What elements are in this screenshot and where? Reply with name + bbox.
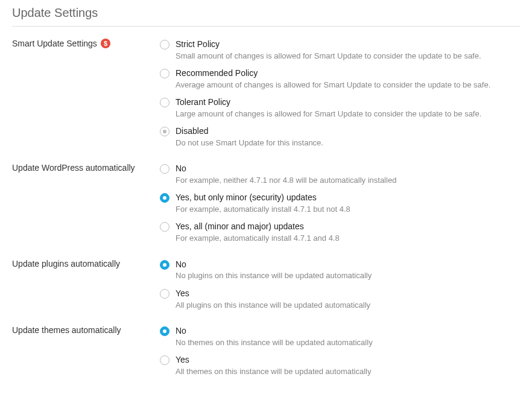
options-plugins: No No plugins on this instance will be u… (160, 259, 520, 317)
label-themes: Update themes automatically (12, 325, 160, 335)
radio-icon (160, 355, 169, 365)
dollar-icon: $ (101, 39, 110, 48)
radio-smart-recommended[interactable]: Recommended Policy Average amount of cha… (160, 68, 520, 91)
radio-wp-no[interactable]: No For example, neither 4.7.1 nor 4.8 wi… (160, 163, 520, 186)
radio-label: Yes (176, 288, 370, 299)
radio-smart-disabled[interactable]: Disabled Do not use Smart Update for thi… (160, 126, 520, 148)
row-themes: Update themes automatically No No themes… (12, 325, 520, 383)
radio-desc: No plugins on this instance will be upda… (176, 270, 372, 281)
radio-desc: All themes on this instance will be upda… (176, 366, 371, 377)
radio-label: Tolerant Policy (176, 97, 481, 108)
radio-label: Yes (176, 354, 371, 366)
options-wordpress: No For example, neither 4.7.1 nor 4.8 wi… (160, 163, 520, 250)
radio-desc: Do not use Smart Update for this instanc… (176, 138, 323, 148)
radio-label: Strict Policy (176, 39, 481, 50)
label-plugins: Update plugins automatically (12, 259, 160, 268)
label-wordpress-text: Update WordPress automatically (12, 163, 135, 173)
radio-icon (160, 40, 169, 49)
radio-desc: All plugins on this instance will be upd… (176, 300, 370, 311)
radio-icon (160, 69, 169, 78)
label-themes-text: Update themes automatically (12, 325, 121, 335)
radio-label: No (176, 163, 396, 174)
radio-desc: For example, neither 4.7.1 nor 4.8 will … (176, 175, 396, 186)
radio-desc: For example, automatically install 4.7.1… (176, 204, 350, 215)
radio-icon (160, 193, 169, 203)
page-title: Update Settings (12, 6, 520, 26)
radio-desc: Large amount of changes is allowed for S… (176, 109, 481, 119)
radio-smart-tolerant[interactable]: Tolerant Policy Large amount of changes … (160, 97, 520, 119)
divider-top (12, 26, 520, 27)
radio-icon (160, 260, 169, 270)
radio-icon (160, 326, 169, 336)
radio-icon (160, 98, 169, 107)
radio-icon (160, 164, 169, 174)
radio-label: Yes, but only minor (security) updates (176, 192, 350, 203)
label-smart-update: Smart Update Settings $ (12, 39, 160, 48)
radio-desc: Small amount of changes is allowed for S… (176, 51, 481, 62)
row-smart-update: Smart Update Settings $ Strict Policy Sm… (12, 39, 520, 154)
radio-wp-all[interactable]: Yes, all (minor and major) updates For e… (160, 221, 520, 244)
row-plugins: Update plugins automatically No No plugi… (12, 259, 520, 317)
radio-desc: Average amount of changes is allowed for… (176, 80, 490, 91)
radio-plugins-no[interactable]: No No plugins on this instance will be u… (160, 259, 520, 282)
options-smart-update: Strict Policy Small amount of changes is… (160, 39, 520, 154)
row-wordpress: Update WordPress automatically No For ex… (12, 163, 520, 250)
radio-desc: No themes on this instance will be updat… (176, 337, 373, 348)
radio-wp-minor[interactable]: Yes, but only minor (security) updates F… (160, 192, 520, 215)
radio-label: Recommended Policy (176, 68, 490, 79)
options-themes: No No themes on this instance will be up… (160, 325, 520, 383)
radio-label: Disabled (176, 126, 323, 137)
form-body: Smart Update Settings $ Strict Policy Sm… (12, 39, 520, 383)
radio-label: Yes, all (minor and major) updates (176, 221, 340, 232)
radio-smart-strict[interactable]: Strict Policy Small amount of changes is… (160, 39, 520, 62)
radio-icon (160, 289, 169, 299)
label-plugins-text: Update plugins automatically (12, 259, 120, 268)
label-smart-update-text: Smart Update Settings (12, 39, 97, 48)
radio-icon (160, 127, 169, 136)
radio-themes-no[interactable]: No No themes on this instance will be up… (160, 325, 520, 348)
radio-plugins-yes[interactable]: Yes All plugins on this instance will be… (160, 288, 520, 311)
svg-text:$: $ (104, 40, 107, 47)
label-wordpress: Update WordPress automatically (12, 163, 160, 173)
radio-icon (160, 222, 169, 232)
radio-label: No (176, 259, 372, 270)
radio-desc: For example, automatically install 4.7.1… (176, 233, 340, 244)
radio-themes-yes[interactable]: Yes All themes on this instance will be … (160, 354, 520, 377)
radio-label: No (176, 325, 373, 337)
